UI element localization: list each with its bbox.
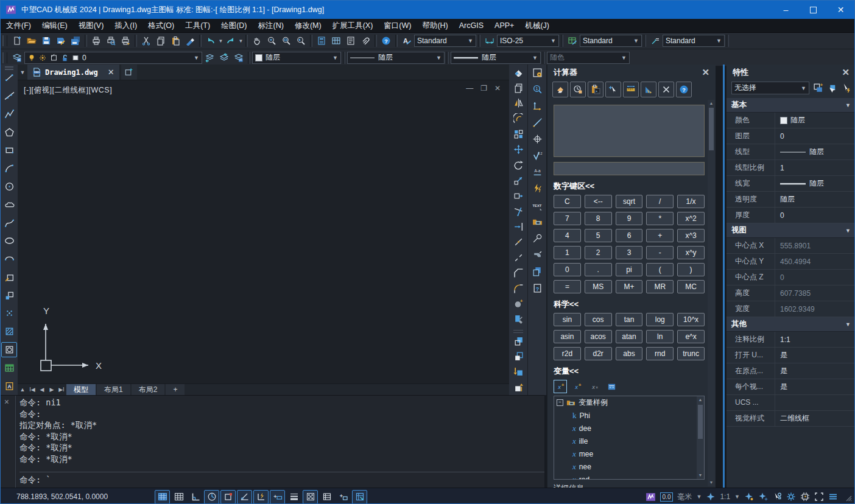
palette-grip[interactable] [5,66,13,68]
variable-folder-row[interactable]: −变量样例 [554,396,704,409]
numpad-key-*[interactable]: * [646,212,674,225]
menu-lines-button[interactable] [828,492,838,502]
selection-filter-button[interactable] [772,492,782,502]
revision-cloud-button[interactable] [1,197,17,212]
var-delete-button[interactable]: x× [588,380,601,393]
dim-style-combo[interactable]: ISO-25▼ [497,35,559,47]
annotation-autoscale-button[interactable] [758,492,768,502]
color-combo[interactable]: 随层▼ [252,52,341,64]
drawing-canvas[interactable]: [-][俯视][二维线框][WCS] — ❐ ✕ Y X [18,80,509,383]
region-button[interactable] [1,342,17,357]
command-history[interactable]: 命令: ni1命令:指定对角点: *取消*命令: *取消*命令: *取消*命令:… [19,397,544,472]
text-style-combo[interactable]: Standard▼ [414,35,476,47]
open-folder-button[interactable] [24,34,39,47]
mleader-style-combo[interactable]: Standard▼ [663,35,725,47]
property-value[interactable]: 0 [775,211,855,220]
erase-button[interactable] [510,65,526,80]
document-tab-close-icon[interactable]: ✕ [108,68,114,77]
numpad-key-3[interactable]: 3 [616,246,643,259]
pan-button[interactable] [250,34,264,47]
layer-states-button[interactable] [217,51,231,65]
var-edit-button[interactable]: x+ [571,380,584,393]
numpad-key-/[interactable]: / [646,195,674,208]
menu-item[interactable]: 视图(V) [73,19,110,32]
view-detail-button[interactable]: 1 [529,82,545,97]
numpad-key-MC[interactable]: MC [677,280,705,293]
quick-properties-toggle[interactable] [319,490,334,504]
ortho-mode-toggle[interactable] [188,490,203,504]
numpad-key-8[interactable]: 8 [585,212,612,225]
sheet-list-button[interactable] [343,34,358,47]
scroll-thumb[interactable] [709,108,714,150]
menu-item[interactable]: 插入(I) [109,19,142,32]
line-button[interactable] [1,70,17,85]
section-header-基本[interactable]: 基本▼ [727,98,855,113]
redo-button[interactable] [223,34,238,47]
scroll-thumb[interactable] [698,405,703,439]
zoom-realtime-button[interactable] [264,34,279,47]
polyline-button[interactable] [1,107,17,122]
save-all-button[interactable] [68,34,83,47]
layer-manager-button[interactable] [10,51,24,65]
numpad-key-MR[interactable]: MR [646,280,674,293]
weld-gun-button[interactable] [529,247,545,263]
fit-list-button[interactable]: A-a [529,164,545,180]
undo-button[interactable] [203,34,218,47]
array-button[interactable] [510,127,526,141]
chamfer-button[interactable] [510,266,526,281]
table-style-combo[interactable]: Standard▼ [580,35,642,47]
scientific-key-acos[interactable]: acos [585,330,612,343]
calc-angle-button[interactable] [641,82,656,97]
transparency-mode-toggle[interactable] [303,490,318,504]
numpad-key-.[interactable]: . [585,263,612,276]
calc-help-button[interactable]: ? [676,82,692,97]
layout-tab-布局1[interactable]: 布局1 [97,384,130,395]
make-block-button[interactable] [1,288,17,303]
menu-item[interactable]: 窗口(W) [378,19,417,32]
balloon-button[interactable] [529,230,545,246]
next-tab-button[interactable]: ▶ [47,387,57,393]
match-properties-button[interactable] [183,34,197,47]
help-button[interactable]: ? [379,34,393,47]
gear-button[interactable] [786,492,796,502]
extend-button[interactable] [510,220,526,234]
numpad-key-+[interactable]: + [646,229,674,242]
mirror-button[interactable] [510,96,526,110]
insert-block-button[interactable] [1,270,17,285]
last-tab-button[interactable]: ▶Ⅰ [57,387,66,393]
mdi-restore-button[interactable]: ❐ [480,85,487,91]
menu-item[interactable]: 机械(J) [519,19,555,32]
menu-item[interactable]: 标注(N) [253,19,289,32]
variable-row[interactable]: xille [554,435,704,447]
table-style-button[interactable] [565,34,580,47]
first-tab-button[interactable]: Ⅰ◀ [27,387,37,393]
var-new-button[interactable]: x+ [554,380,567,393]
mtext-button[interactable]: A [1,379,17,394]
menu-item[interactable]: 格式(O) [142,19,180,32]
mech-help-button[interactable]: ? [529,280,545,296]
viewport-label[interactable]: [-][俯视][二维线框][WCS] [24,85,112,96]
numpad-key-1/x[interactable]: 1/x [677,195,705,208]
numpad-key-([interactable]: ( [646,263,674,276]
numpad-key-x^3[interactable]: x^3 [677,229,705,242]
scientific-key-log[interactable]: log [646,313,674,326]
numpad-key-6[interactable]: 6 [616,229,643,242]
fullscreen-button[interactable] [814,492,824,502]
scientific-key-ln[interactable]: ln [646,330,674,343]
layout-tab-布局2[interactable]: 布局2 [132,384,165,395]
quick-select-button[interactable]: + [812,82,824,94]
property-value[interactable]: 随层 [775,178,855,189]
numpad-key-pi[interactable]: pi [616,263,643,276]
calc-point-button[interactable] [605,82,621,97]
menu-item[interactable]: APP+ [489,19,519,32]
property-value[interactable]: 607.7385 [775,289,855,298]
scroll-up-icon[interactable]: ▲ [709,100,714,107]
scientific-key-10^x[interactable]: 10^x [677,313,705,326]
numpad-key-4[interactable]: 4 [554,229,581,242]
scientific-key-atan[interactable]: atan [616,330,643,343]
plotstyle-combo[interactable]: 随色▼ [547,52,630,64]
numpad-key-x^y[interactable]: x^y [677,246,705,259]
point-button[interactable] [1,306,17,321]
coord-dim-button[interactable] [529,98,545,114]
numpad-key-)[interactable]: ) [677,263,705,276]
